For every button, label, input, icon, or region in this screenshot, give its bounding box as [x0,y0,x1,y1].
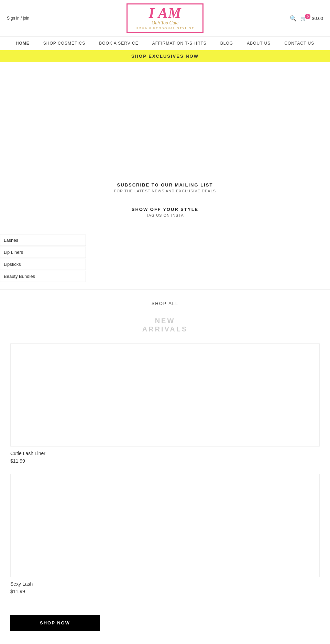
shop-all-label[interactable]: SHOP ALL [152,301,179,306]
product-price-1: $11.99 [10,458,320,464]
product-name-2: Sexy Lash [10,581,320,587]
showoff-subtitle: TAG US ON INSTA [7,213,323,217]
product-image-2 [10,474,320,577]
showoff-title: SHOW OFF YOUR STYLE [7,207,323,212]
search-icon[interactable]: 🔍 [290,15,297,22]
main-nav: HOME SHOP COSMETICS BOOK A SERVICE AFFIR… [0,37,330,50]
shop-now-button[interactable]: SHOP NOW [10,615,100,631]
nav-item-shop[interactable]: SHOP COSMETICS [43,41,85,46]
nav-item-about[interactable]: ABOUT US [247,41,271,46]
product-price-2: $11.99 [10,589,320,594]
hero-area [0,62,330,172]
logo-iam-text: I AM [136,6,195,20]
cart-badge: 0 [305,14,310,19]
signin-link[interactable]: Sign in / join [7,16,29,21]
nav-item-home[interactable]: HOME [16,41,30,46]
logo-ohh-text: Ohh Too Cute [136,20,195,26]
product-name-1: Cutie Lash Liner [10,451,320,456]
nav-item-book[interactable]: BOOK A SERVICE [99,41,139,46]
nav-item-contact[interactable]: CONTACT US [284,41,314,46]
cart-price: $0.00 [312,16,323,21]
new-arrivals-section: NEW ARRIVALS [0,313,330,337]
subscribe-subtitle: FOR THE LATEST NEWS AND EXCLUSIVE DEALS [7,189,323,193]
showoff-section: SHOW OFF YOUR STYLE TAG US ON INSTA [0,200,330,224]
divider [0,290,330,290]
nav-item-blog[interactable]: BLOG [220,41,233,46]
products-section: Cutie Lash Liner $11.99 Sexy Lash $11.99 [0,337,330,611]
shop-all-section: SHOP ALL [0,293,330,313]
nav-item-affirmation[interactable]: AFFIRMATION T-SHIRTS [152,41,207,46]
category-lip-liners[interactable]: Lip Liners [0,247,86,258]
category-lipsticks[interactable]: Lipsticks [0,259,86,270]
cart-button[interactable]: 🛒 0 $0.00 [301,16,323,21]
product-card-2: Sexy Lash $11.99 [10,474,320,594]
promo-banner[interactable]: SHOP EXCLUSIVES NOW [0,50,330,62]
header: Sign in / join I AM Ohh Too Cute HMUA & … [0,0,330,37]
site-logo[interactable]: I AM Ohh Too Cute HMUA & PERSONAL STYLIS… [126,3,204,33]
category-beauty-bundles[interactable]: Beauty Bundles [0,271,86,282]
subscribe-section: SUBSCRIBE TO OUR MAILING LIST FOR THE LA… [0,172,330,200]
category-lashes[interactable]: Lashes [0,235,86,246]
new-arrivals-title: NEW ARRIVALS [3,317,327,333]
logo-hmua-text: HMUA & PERSONAL STYLIST [136,26,195,30]
product-card-1: Cutie Lash Liner $11.99 [10,343,320,464]
category-section: Lashes Lip Liners Lipsticks Beauty Bundl… [0,224,86,286]
header-actions: 🔍 🛒 0 $0.00 [290,15,323,22]
product-image-1 [10,343,320,447]
subscribe-title: SUBSCRIBE TO OUR MAILING LIST [7,182,323,188]
